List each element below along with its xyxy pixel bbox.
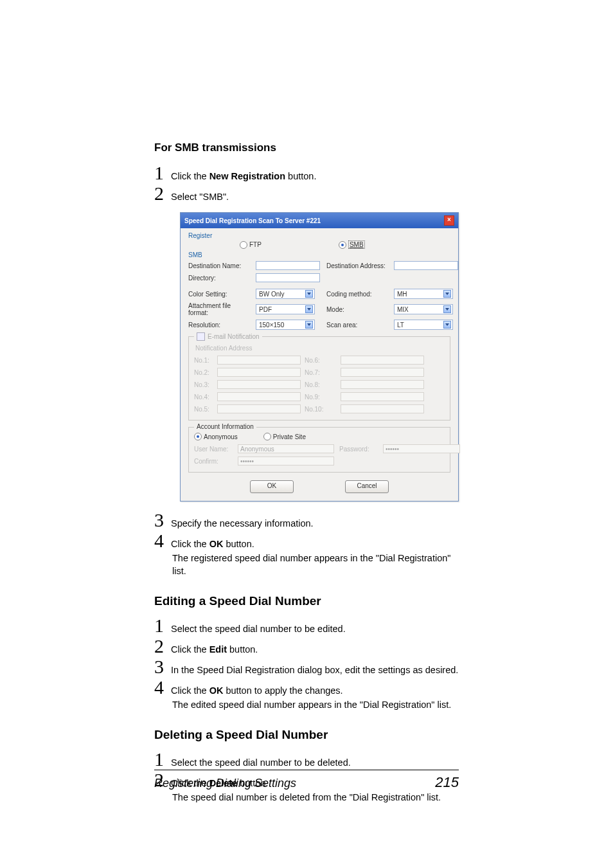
step-1: 1 Select the speed dial number to be del…: [154, 750, 459, 769]
radio-smb[interactable]: SMB: [339, 240, 365, 249]
step-num: 4: [154, 678, 166, 697]
txt: button.: [227, 644, 258, 655]
acct-radios: Anonymous Private Site: [194, 433, 445, 440]
smb-form: Destination Name: Destination Address: D…: [188, 261, 450, 282]
step-2-sub: The speed dial number is deleted from th…: [172, 791, 459, 804]
input-n8: [341, 380, 424, 389]
steps-smb-12: 1 Click the New Registration button. 2 S…: [154, 163, 459, 203]
step-num: 3: [154, 511, 166, 530]
select-coding[interactable]: MH: [394, 289, 453, 299]
heading-editing: Editing a Speed Dial Number: [154, 594, 459, 608]
legend: E-mail Notification: [194, 332, 262, 341]
input-n9: [341, 392, 424, 401]
page-number: 215: [435, 774, 459, 791]
step-num: 2: [154, 184, 166, 203]
bold: Edit: [209, 644, 227, 655]
n4: No.4:: [194, 393, 213, 401]
radio-ftp[interactable]: FTP: [240, 240, 262, 249]
step-2: 2 Click the Edit button.: [154, 637, 459, 656]
txt: Click the: [171, 644, 209, 655]
acct-grid: User Name: Anonymous Password: •••••• Co…: [194, 444, 445, 466]
n1: No.1:: [194, 357, 213, 364]
page-footer: Registering Dialing Settings 215: [154, 770, 459, 791]
value: MIX: [397, 306, 409, 313]
close-icon[interactable]: ×: [444, 215, 454, 226]
radio-icon: [194, 433, 202, 440]
email-notification-group: E-mail Notification Notification Address…: [188, 336, 450, 420]
step-2: 2 Select "SMB".: [154, 184, 459, 203]
label-user: User Name:: [194, 446, 233, 453]
input-confirm: ••••••: [238, 457, 334, 466]
label-dest-name: Destination Name:: [188, 262, 249, 269]
radio-icon: [263, 433, 271, 440]
n9: No.9:: [305, 393, 337, 401]
n6: No.6:: [305, 357, 337, 364]
ok-button[interactable]: OK: [250, 480, 294, 493]
step-num: 1: [154, 750, 166, 769]
cancel-button[interactable]: Cancel: [345, 480, 389, 493]
input-dest-addr[interactable]: [394, 261, 458, 270]
value: MH: [397, 291, 407, 298]
step-num: 3: [154, 657, 166, 676]
label-color: Color Setting:: [188, 291, 249, 298]
step-text: Click the OK button to apply the changes…: [171, 684, 343, 697]
label-pass: Password:: [339, 446, 378, 453]
label: SMB: [350, 241, 364, 248]
label-attach: Attachment file format:: [188, 302, 249, 316]
step-text: Select "SMB".: [171, 190, 229, 203]
step-4-sub: The registered speed dial number appears…: [172, 552, 459, 577]
chevron-down-icon: [443, 305, 451, 313]
smb-form-selects: Color Setting: BW Only Coding method: MH…: [188, 289, 450, 330]
dialog-buttons: OK Cancel: [188, 480, 450, 493]
n5: No.5:: [194, 406, 213, 413]
checkbox-icon[interactable]: [197, 332, 205, 341]
input-directory[interactable]: [256, 273, 320, 282]
label: Anonymous: [204, 433, 238, 440]
n10: No.10:: [305, 406, 337, 413]
select-attach[interactable]: PDF: [256, 304, 315, 314]
label: Private Site: [273, 433, 306, 440]
bold: OK: [209, 539, 224, 549]
step-text: Select the speed dial number to be delet…: [171, 756, 351, 769]
step-3: 3 In the Speed Dial Registration dialog …: [154, 657, 459, 676]
txt: Click the: [171, 539, 209, 549]
step-3: 3 Specify the necessary information.: [154, 511, 459, 530]
select-color[interactable]: BW Only: [256, 289, 315, 299]
select-scan[interactable]: LT: [394, 320, 453, 330]
input-dest-name[interactable]: [256, 261, 320, 270]
n3: No.3:: [194, 381, 213, 388]
dialog-title: Speed Dial Registration Scan To Server #…: [184, 217, 321, 224]
label-scan: Scan area:: [326, 321, 387, 329]
step-4-sub: The edited speed dial number appears in …: [172, 698, 459, 711]
step-num: 4: [154, 531, 166, 550]
step-4: 4 Click the OK button.: [154, 531, 459, 550]
dialog-screenshot: Speed Dial Registration Scan To Server #…: [180, 212, 459, 502]
value: BW Only: [259, 291, 284, 298]
step-text: In the Speed Dial Registration dialog bo…: [171, 664, 458, 676]
step-num: 2: [154, 637, 166, 656]
chevron-down-icon: [305, 305, 313, 313]
footer-title: Registering Dialing Settings: [154, 777, 296, 790]
select-reso[interactable]: 150×150: [256, 320, 315, 330]
steps-smb-34: 3 Specify the necessary information. 4 C…: [154, 511, 459, 577]
chevron-down-icon: [443, 290, 451, 298]
label-coding: Coding method:: [326, 291, 387, 298]
input-user: Anonymous: [238, 444, 334, 453]
register-radios: FTP SMB: [188, 240, 450, 249]
smb-section-label: SMB: [188, 251, 450, 258]
step-text: Click the OK button.: [171, 538, 254, 550]
n8: No.8:: [305, 381, 337, 388]
step-num: 1: [154, 163, 166, 183]
chevron-down-icon: [305, 290, 313, 298]
steps-edit: 1 Select the speed dial number to be edi…: [154, 616, 459, 711]
radio-anonymous[interactable]: Anonymous: [194, 433, 238, 440]
label: E-mail Notification: [208, 333, 260, 340]
select-mode[interactable]: MIX: [394, 304, 453, 314]
radio-private[interactable]: Private Site: [263, 433, 306, 440]
chevron-down-icon: [305, 321, 313, 329]
label-reso: Resolution:: [188, 321, 249, 329]
step-4: 4 Click the OK button to apply the chang…: [154, 678, 459, 697]
dialog-body: Register FTP SMB SMB Destination Name: D…: [181, 228, 458, 501]
step-text: Select the speed dial number to be edite…: [171, 622, 346, 635]
step-1: 1 Select the speed dial number to be edi…: [154, 616, 459, 635]
